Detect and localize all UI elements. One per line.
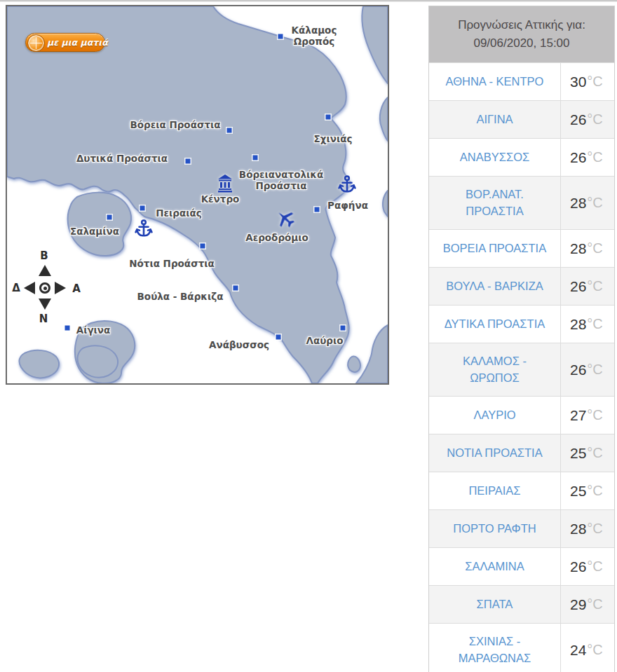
compass-center-icon <box>39 282 50 294</box>
temperature-value: 25 <box>570 483 586 500</box>
map-label-rafina[interactable]: Ραφήνα <box>327 200 368 212</box>
map-label-aerodromio[interactable]: Αεροδρόμιο <box>245 233 308 244</box>
map-label-voreia-proastia[interactable]: Βόρεια Προάστια <box>130 120 220 131</box>
compass-north-arrow-icon <box>39 265 51 276</box>
forecast-row: ΒΟΡ.ΑΝΑΤ. ΠΡΟΑΣΤΙΑ 28°C <box>429 176 614 229</box>
forecast-location-link[interactable]: ΝΟΤΙΑ ΠΡΟΑΣΤΙΑ <box>447 445 542 461</box>
map-label-voula-varkiza[interactable]: Βούλα - Βάρκιζα <box>137 292 224 303</box>
map-label-notia-proastia[interactable]: Νότια Προάστια <box>129 259 215 270</box>
temperature-value: 26 <box>570 111 586 128</box>
map-label-aigina[interactable]: Αίγινα <box>76 325 111 336</box>
forecast-location-link[interactable]: ΣΑΛΑΜΙΝΑ <box>465 558 524 575</box>
map-marker-notia-proastia[interactable] <box>201 244 205 249</box>
forecast-title-line2: 09/06/2020, 15:00 <box>473 34 569 53</box>
compass-south-arrow-icon <box>39 299 51 310</box>
anchor-icon <box>135 219 153 239</box>
temperature-value: 25 <box>570 445 586 462</box>
map-marker-dytika-proastia[interactable] <box>186 159 191 164</box>
map-marker-voula-varkiza[interactable] <box>233 286 238 291</box>
temperature-value: 28 <box>570 521 586 537</box>
map-marker-salamina[interactable] <box>107 215 112 220</box>
temperature-value: 30 <box>570 74 586 90</box>
forecast-location-link[interactable]: ΒΟΡΕΙΑ ΠΡΟΑΣΤΙΑ <box>443 240 546 256</box>
temperature-unit: °C <box>587 558 602 575</box>
glance-badge-label: με μια ματιά <box>47 37 108 48</box>
map-marker-kalamos[interactable] <box>278 34 283 39</box>
forecast-title-line1: Προγνώσεις Αττικής για: <box>458 16 585 34</box>
forecast-location-link[interactable]: ΚΑΛΑΜΟΣ - ΩΡΩΠΟΣ <box>463 353 527 385</box>
map-marker-schinias[interactable] <box>326 115 331 120</box>
map-marker-rafina[interactable] <box>315 207 320 212</box>
map-label-kalamos-oropos[interactable]: Κάλαμος Ωροπός <box>292 25 337 47</box>
temperature-unit: °C <box>587 445 602 461</box>
forecast-row: ΛΑΥΡΙΟ 27°C <box>429 396 614 434</box>
forecast-table: Προγνώσεις Αττικής για: 09/06/2020, 15:0… <box>428 6 615 672</box>
map-marker-peiraias[interactable] <box>140 206 145 211</box>
temperature-unit: °C <box>587 596 602 612</box>
forecast-location-link[interactable]: ΠΕΙΡΑΙΑΣ <box>468 483 520 499</box>
temperature-value: 27 <box>570 407 586 424</box>
forecast-location-link[interactable]: ΑΙΓΙΝΑ <box>476 111 513 128</box>
map-label-anavyssos[interactable]: Ανάβυσσος <box>209 340 269 351</box>
temperature-unit: °C <box>587 316 602 332</box>
forecast-location-link[interactable]: ΣΠΑΤΑ <box>477 596 513 612</box>
forecast-location-link[interactable]: ΠΟΡΤΟ ΡΑΦΤΗ <box>453 521 536 537</box>
temperature-unit: °C <box>587 362 602 378</box>
map-label-schinias[interactable]: Σχινιάς <box>314 134 353 145</box>
compass-west-label: Δ <box>12 282 20 294</box>
compass-badge-icon <box>27 34 45 52</box>
attica-weather-map[interactable]: με μια ματιά Β Ν Α Δ <box>6 5 389 385</box>
forecast-location-link[interactable]: ΑΘΗΝΑ - ΚΕΝΤΡΟ <box>446 74 544 90</box>
forecast-location-link[interactable]: ΛΑΥΡΙΟ <box>473 407 515 423</box>
map-label-peiraias[interactable]: Πειραιάς <box>156 208 202 219</box>
forecast-location-link[interactable]: ΒΟΡ.ΑΝΑΤ. ΠΡΟΑΣΤΙΑ <box>466 186 524 219</box>
map-label-voreianatolika-proastia[interactable]: Βόρειανατολικά Προάστια <box>239 170 323 191</box>
forecast-location-link[interactable]: ΔΥΤΙΚΑ ΠΡΟΑΣΤΙΑ <box>445 316 545 332</box>
forecast-row: ΒΟΡΕΙΑ ΠΡΟΑΣΤΙΑ 28°C <box>429 229 614 267</box>
forecast-row: ΑΝΑΒΥΣΣΟΣ 26°C <box>429 138 614 176</box>
temperature-value: 28 <box>570 316 586 333</box>
map-marker-lavrio[interactable] <box>341 326 346 331</box>
page-top-rule <box>0 0 617 2</box>
map-marker-anavyssos[interactable] <box>276 335 281 340</box>
temperature-unit: °C <box>587 642 602 658</box>
temperature-value: 28 <box>570 195 586 212</box>
temperature-unit: °C <box>587 74 602 90</box>
map-label-dytika-proastia[interactable]: Δυτικά Προάστια <box>76 153 168 165</box>
temperature-unit: °C <box>587 149 602 165</box>
forecast-row: ΚΑΛΑΜΟΣ - ΩΡΩΠΟΣ 26°C <box>429 343 614 396</box>
forecast-location-link[interactable]: ΒΟΥΛΑ - ΒΑΡΚΙΖΑ <box>446 278 543 294</box>
temperature-unit: °C <box>587 278 602 294</box>
forecast-row: ΒΟΥΛΑ - ΒΑΡΚΙΖΑ 26°C <box>429 267 614 305</box>
map-label-kentro[interactable]: Κέντρο <box>201 194 240 205</box>
forecast-location-link[interactable]: ΣΧΙΝΙΑΣ - ΜΑΡΑΘΩΝΑΣ <box>459 633 531 666</box>
forecast-row: ΣΧΙΝΙΑΣ - ΜΑΡΑΘΩΝΑΣ 24°C <box>429 623 614 672</box>
temperature-unit: °C <box>587 240 602 256</box>
forecast-row: ΠΕΙΡΑΙΑΣ 25°C <box>429 472 614 509</box>
anchor-icon <box>338 175 356 195</box>
temperature-value: 26 <box>570 362 586 378</box>
compass-east-label: Α <box>72 282 81 295</box>
forecast-header: Προγνώσεις Αττικής για: 09/06/2020, 15:0… <box>429 6 614 62</box>
map-label-lavrio[interactable]: Λαύριο <box>306 336 343 347</box>
temperature-unit: °C <box>587 407 602 423</box>
map-marker-voreia-proastia[interactable] <box>227 128 232 133</box>
temperature-value: 24 <box>570 642 586 659</box>
forecast-row: ΣΠΑΤΑ 29°C <box>429 585 614 623</box>
forecast-row: ΝΟΤΙΑ ΠΡΟΑΣΤΙΑ 25°C <box>429 434 614 472</box>
temple-icon <box>218 174 232 193</box>
map-marker-aigina[interactable] <box>65 326 70 331</box>
forecast-row: ΔΥΤΙΚΑ ΠΡΟΑΣΤΙΑ 28°C <box>429 305 614 343</box>
forecast-row: ΠΟΡΤΟ ΡΑΦΤΗ 28°C <box>429 509 614 547</box>
map-label-salamina[interactable]: Σαλαμίνα <box>70 226 119 238</box>
compass-west-arrow-icon <box>24 282 35 294</box>
compass-south-label: Ν <box>39 313 48 325</box>
forecast-location-link[interactable]: ΑΝΑΒΥΣΣΟΣ <box>460 149 529 165</box>
glance-badge-button[interactable]: με μια ματιά <box>25 33 105 52</box>
temperature-unit: °C <box>587 521 602 537</box>
map-marker-voreianatolika[interactable] <box>253 156 258 160</box>
compass-east-arrow-icon <box>55 282 66 294</box>
compass-north-label: Β <box>40 249 48 262</box>
temperature-value: 28 <box>570 240 586 257</box>
temperature-value: 29 <box>570 596 586 613</box>
